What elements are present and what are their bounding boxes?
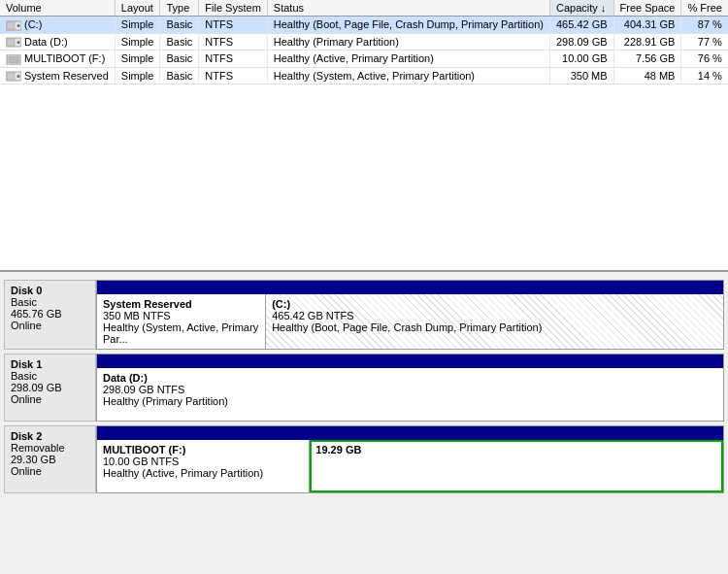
svg-point-2 (17, 24, 20, 27)
table-header: Volume Layout Type File System Status Ca… (0, 0, 728, 17)
cell-volume: (C:) (0, 17, 115, 34)
cell-status: Healthy (System, Active, Primary Partiti… (267, 67, 549, 84)
disk-size: 29.30 GB (11, 454, 89, 465)
partition-name: System Reserved (103, 298, 259, 310)
svg-rect-9 (7, 73, 15, 80)
partition-block[interactable]: 19.29 GB (310, 440, 723, 492)
disk-label: Disk 0 Basic 465.76 GB Online (4, 280, 96, 350)
cell-pctfree: 87 % (681, 17, 728, 34)
col-header-status[interactable]: Status (267, 0, 549, 17)
cell-capacity: 298.09 GB (549, 33, 613, 51)
cell-type: Basic (160, 33, 199, 51)
col-header-type[interactable]: Type (160, 0, 199, 17)
disk-status: Online (11, 393, 89, 405)
drive-icon (6, 71, 21, 82)
disk-type: Basic (11, 296, 89, 308)
disk-status: Online (11, 320, 89, 331)
cell-filesystem: NTFS (199, 67, 267, 84)
disk-partitions: Data (D:) 298.09 GB NTFS Healthy (Primar… (97, 368, 723, 421)
svg-point-10 (17, 75, 20, 78)
disk-partitions: MULTIBOOT (F:) 10.00 GB NTFS Healthy (Ac… (97, 440, 723, 492)
svg-rect-1 (7, 22, 15, 29)
partition-size: 10.00 GB NTFS (103, 456, 303, 467)
col-header-volume[interactable]: Volume (0, 0, 115, 17)
cell-volume: MULTIBOOT (F:) (0, 51, 115, 68)
cell-layout: Simple (115, 17, 160, 34)
col-header-pctfree[interactable]: % Free (681, 0, 728, 17)
disk-header-bar (97, 426, 723, 440)
disk-content: System Reserved 350 MB NTFS Healthy (Sys… (96, 280, 724, 350)
cell-freespace: 228.91 GB (613, 33, 681, 51)
table-row[interactable]: (C:) Simple Basic NTFS Healthy (Boot, Pa… (0, 17, 728, 34)
cell-volume: System Reserved (0, 67, 115, 84)
disk-label: Disk 1 Basic 298.09 GB Online (4, 354, 96, 422)
cell-status: Healthy (Boot, Page File, Crash Dump, Pr… (267, 17, 549, 34)
table-row[interactable]: Data (D:) Simple Basic NTFS Healthy (Pri… (0, 33, 728, 51)
disk-header-bar (97, 355, 723, 368)
disk-name: Disk 0 (11, 285, 89, 296)
cell-type: Basic (160, 67, 199, 84)
disk-size: 465.76 GB (11, 308, 89, 320)
table-row[interactable]: MULTIBOOT (F:) Simple Basic NTFS Healthy… (0, 51, 728, 68)
drive-icon (6, 54, 21, 65)
disk-header-bar (97, 281, 723, 294)
disk-row-0: Disk 0 Basic 465.76 GB Online System Res… (4, 280, 724, 350)
cell-capacity: 465.42 GB (549, 17, 613, 34)
partition-name: 19.29 GB (315, 444, 717, 456)
cell-volume: Data (D:) (0, 33, 115, 51)
partition-status: Healthy (Active, Primary Partition) (103, 467, 303, 479)
disk-view: Disk 0 Basic 465.76 GB Online System Res… (0, 272, 728, 574)
disk-label: Disk 2 Removable 29.30 GB Online (4, 425, 96, 493)
partition-size: 465.42 GB NTFS (272, 310, 717, 321)
cell-freespace: 404.31 GB (613, 17, 681, 34)
cell-type: Basic (160, 17, 199, 34)
partition-name: MULTIBOOT (F:) (103, 444, 303, 456)
partition-block[interactable]: Data (D:) 298.09 GB NTFS Healthy (Primar… (97, 368, 723, 421)
partition-block[interactable]: MULTIBOOT (F:) 10.00 GB NTFS Healthy (Ac… (97, 440, 310, 492)
partition-status: Healthy (Primary Partition) (103, 395, 717, 407)
col-header-layout[interactable]: Layout (115, 0, 160, 17)
partition-block[interactable]: (C:) 465.42 GB NTFS Healthy (Boot, Page … (266, 294, 723, 349)
svg-rect-7 (9, 56, 18, 63)
svg-point-5 (17, 41, 20, 44)
col-header-filesystem[interactable]: File System (199, 0, 267, 17)
disk-name: Disk 1 (11, 358, 89, 370)
cell-status: Healthy (Active, Primary Partition) (267, 51, 549, 68)
partition-status: Healthy (Boot, Page File, Crash Dump, Pr… (272, 321, 717, 333)
svg-rect-4 (7, 39, 15, 46)
disk-name: Disk 2 (11, 430, 89, 442)
disk-content: Data (D:) 298.09 GB NTFS Healthy (Primar… (96, 354, 724, 422)
partition-size: 298.09 GB NTFS (103, 384, 717, 395)
table-row[interactable]: System Reserved Simple Basic NTFS Health… (0, 67, 728, 84)
cell-layout: Simple (115, 51, 160, 68)
partition-size: 350 MB NTFS (103, 310, 259, 321)
disk-row-2: Disk 2 Removable 29.30 GB Online MULTIBO… (4, 425, 724, 493)
disk-status: Online (11, 465, 89, 477)
partition-block[interactable]: System Reserved 350 MB NTFS Healthy (Sys… (97, 294, 266, 349)
partition-status: Healthy (System, Active, Primary Par... (103, 321, 259, 345)
drive-icon (6, 37, 21, 48)
cell-filesystem: NTFS (199, 33, 267, 51)
cell-layout: Simple (115, 33, 160, 51)
disk-partitions: System Reserved 350 MB NTFS Healthy (Sys… (97, 294, 723, 349)
col-header-freespace[interactable]: Free Space (613, 0, 681, 17)
partition-table: Volume Layout Type File System Status Ca… (0, 0, 728, 272)
disk-row-1: Disk 1 Basic 298.09 GB Online Data (D:) … (4, 354, 724, 422)
disk-content: MULTIBOOT (F:) 10.00 GB NTFS Healthy (Ac… (96, 425, 724, 493)
col-header-capacity[interactable]: Capacity ↓ (549, 0, 613, 17)
cell-freespace: 7.56 GB (613, 51, 681, 68)
cell-pctfree: 14 % (681, 67, 728, 84)
disk-type: Basic (11, 370, 89, 382)
cell-type: Basic (160, 51, 199, 68)
cell-filesystem: NTFS (199, 17, 267, 34)
disk-type: Removable (11, 442, 89, 454)
cell-freespace: 48 MB (613, 67, 681, 84)
cell-layout: Simple (115, 67, 160, 84)
cell-pctfree: 76 % (681, 51, 728, 68)
cell-capacity: 10.00 GB (549, 51, 613, 68)
partition-name: Data (D:) (103, 372, 717, 384)
disk-size: 298.09 GB (11, 382, 89, 393)
drive-icon (6, 20, 21, 31)
cell-status: Healthy (Primary Partition) (267, 33, 549, 51)
cell-capacity: 350 MB (549, 67, 613, 84)
